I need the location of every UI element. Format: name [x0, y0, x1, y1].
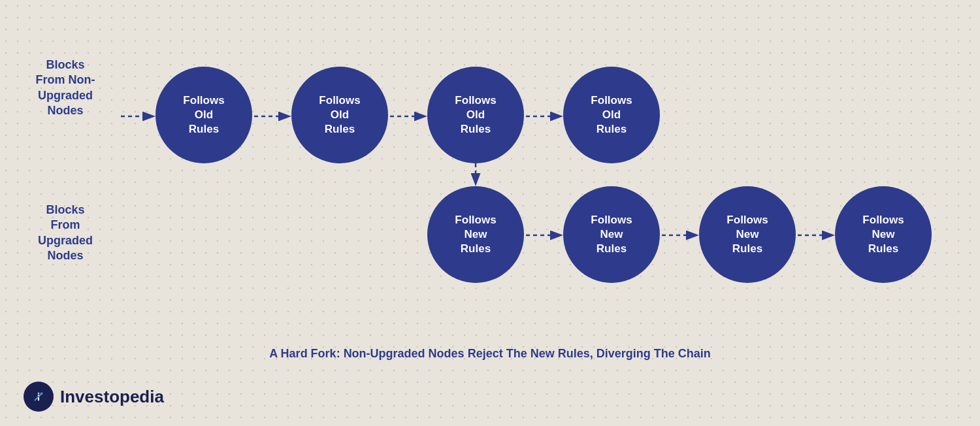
- node-bottom-1: FollowsNewRules: [427, 186, 524, 283]
- arrows-svg: [0, 0, 980, 366]
- label-non-upgraded: Blocks From Non- Upgraded Nodes: [20, 57, 111, 119]
- investopedia-logo-svg: i: [29, 387, 48, 406]
- node-top-4: FollowsOldRules: [563, 67, 660, 163]
- logo-icon: i: [24, 382, 54, 412]
- node-bottom-2: FollowsNewRules: [563, 186, 660, 283]
- node-bottom-4: FollowsNewRules: [835, 186, 932, 283]
- node-bottom-3: FollowsNewRules: [699, 186, 796, 283]
- diagram-container: Blocks From Non- Upgraded Nodes Blocks F…: [0, 0, 980, 426]
- node-top-1: FollowsOldRules: [155, 67, 252, 163]
- logo-area: i Investopedia: [24, 382, 164, 412]
- node-top-3: FollowsOldRules: [427, 67, 524, 163]
- label-upgraded: Blocks From Upgraded Nodes: [20, 203, 111, 264]
- caption: A Hard Fork: Non-Upgraded Nodes Reject T…: [0, 347, 980, 361]
- logo-text: Investopedia: [60, 387, 164, 407]
- node-top-2: FollowsOldRules: [291, 67, 388, 163]
